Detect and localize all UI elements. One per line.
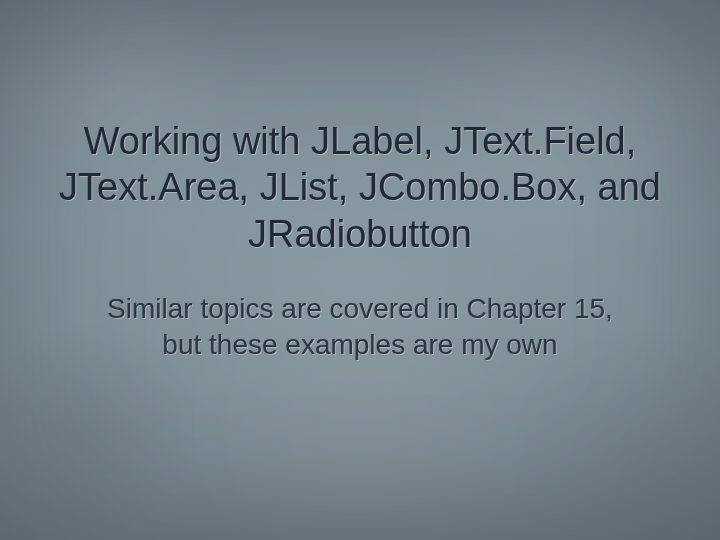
slide: Working with JLabel, JText.Field, JText.… [0,0,720,540]
slide-subtitle: Similar topics are covered in Chapter 15… [90,291,630,363]
slide-title: Working with JLabel, JText.Field, JText.… [40,118,680,257]
